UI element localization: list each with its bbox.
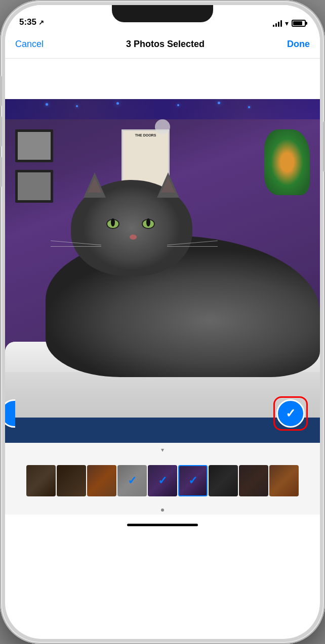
wifi-icon: ▾ bbox=[285, 19, 289, 27]
filmstrip-check-2: ✓ bbox=[158, 474, 167, 487]
filmstrip-check-3: ✓ bbox=[188, 474, 197, 487]
page-dot bbox=[161, 509, 164, 512]
nav-bar: Cancel 3 Photos Selected Done bbox=[5, 30, 320, 59]
filmstrip-check-1: ✓ bbox=[128, 474, 137, 487]
filmstrip-thumb-1[interactable] bbox=[26, 465, 56, 496]
selection-badge[interactable]: ✓ bbox=[276, 399, 305, 428]
down-arrow-icon: ▾ bbox=[161, 446, 164, 453]
cancel-button[interactable]: Cancel bbox=[15, 39, 44, 50]
silent-switch[interactable] bbox=[0, 157, 2, 187]
phone-frame: 5:35 ↗ ▾ Cancel 3 Photos Selected Done bbox=[0, 0, 325, 644]
phone-screen: 5:35 ↗ ▾ Cancel 3 Photos Selected Done bbox=[5, 5, 320, 639]
filmstrip-thumb-5[interactable]: ✓ bbox=[148, 465, 177, 496]
volume-down-button[interactable] bbox=[0, 116, 2, 147]
filmstrip[interactable]: ✓ ✓ ✓ bbox=[21, 454, 304, 508]
home-indicator-area bbox=[5, 515, 320, 535]
power-button[interactable] bbox=[323, 121, 325, 172]
spacer bbox=[5, 59, 320, 99]
battery-icon bbox=[292, 20, 306, 27]
white-cat-silhouette bbox=[155, 119, 170, 134]
filmstrip-thumb-4[interactable]: ✓ bbox=[117, 465, 147, 496]
nav-title: 3 Photos Selected bbox=[126, 39, 205, 50]
filmstrip-thumb-9[interactable] bbox=[269, 465, 299, 496]
cat-photo: THE DOORS bbox=[5, 99, 320, 443]
sofa-blue bbox=[5, 418, 320, 443]
nav-arrow-container: ▾ bbox=[5, 443, 320, 454]
blue-lights bbox=[5, 99, 320, 119]
volume-up-button[interactable] bbox=[0, 76, 2, 106]
filmstrip-thumb-3[interactable] bbox=[87, 465, 116, 496]
left-badge-partial bbox=[5, 399, 15, 428]
status-time: 5:35 ↗ bbox=[19, 17, 44, 27]
status-icons: ▾ bbox=[273, 19, 306, 27]
notch bbox=[112, 5, 213, 22]
location-icon: ↗ bbox=[38, 19, 44, 26]
picture-frame-1 bbox=[15, 129, 53, 162]
filmstrip-thumb-6[interactable]: ✓ bbox=[178, 465, 208, 496]
main-photo-container[interactable]: THE DOORS bbox=[5, 99, 320, 443]
selection-badge-ring bbox=[273, 396, 308, 431]
filmstrip-thumb-2[interactable] bbox=[57, 465, 86, 496]
filmstrip-thumb-7[interactable] bbox=[209, 465, 238, 496]
signal-icon bbox=[273, 20, 282, 27]
filmstrip-area: ✓ ✓ ✓ bbox=[5, 454, 320, 515]
done-button[interactable]: Done bbox=[287, 39, 310, 50]
home-bar[interactable] bbox=[127, 524, 198, 526]
cat bbox=[5, 185, 320, 377]
filmstrip-thumb-8[interactable] bbox=[239, 465, 268, 496]
